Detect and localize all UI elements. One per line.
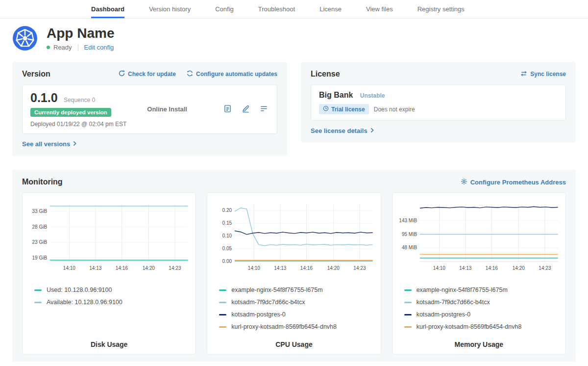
legend-swatch xyxy=(219,289,226,291)
clock-icon xyxy=(323,105,329,113)
svg-text:14:23: 14:23 xyxy=(539,265,551,271)
customer-name: Big Bank xyxy=(319,91,353,99)
tab-config[interactable]: Config xyxy=(215,0,234,18)
tab-troubleshoot[interactable]: Troubleshoot xyxy=(258,0,295,18)
legend-item: example-nginx-54f8f76755-l675m xyxy=(404,287,562,293)
svg-text:14:16: 14:16 xyxy=(300,265,313,271)
app-header: App Name Ready Edit config xyxy=(12,19,576,53)
legend-swatch xyxy=(34,302,42,303)
svg-text:14:13: 14:13 xyxy=(274,265,287,271)
sync-arrows-icon xyxy=(520,71,527,78)
deployed-timestamp: Deployed 01/19/22 @ 02:04 pm EST xyxy=(30,121,126,128)
svg-text:14:16: 14:16 xyxy=(486,265,498,271)
legend-swatch xyxy=(404,314,412,315)
kots-dashboard: Dashboard Version history Config Trouble… xyxy=(0,0,588,366)
legend-item: kurl-proxy-kotsadm-8569fb6454-dnvh8 xyxy=(219,323,376,330)
svg-text:14:13: 14:13 xyxy=(89,265,102,271)
tab-view-files[interactable]: View files xyxy=(366,0,393,18)
license-card: License Sync license xyxy=(301,62,576,143)
monitoring-card: Monitoring Configure Prometheus Address xyxy=(12,170,576,362)
chevron-right-icon xyxy=(370,127,374,134)
version-actions xyxy=(222,104,269,115)
legend-item: Available: 10.128.0.96:9100 xyxy=(34,299,192,306)
svg-text:19 GiB: 19 GiB xyxy=(32,255,47,261)
disk-usage-chart: 19 GiB23 GiB28 GiB33 GiB14:1014:1314:161… xyxy=(26,198,192,279)
legend-item: kotsadm-7f9dc7d66c-b4tcx xyxy=(404,299,562,306)
svg-text:14:23: 14:23 xyxy=(169,265,181,271)
sequence-label: Sequence 0 xyxy=(64,97,95,104)
divider xyxy=(78,44,78,51)
version-info: 0.1.0 Sequence 0 Currently deployed vers… xyxy=(30,91,126,128)
legend-swatch xyxy=(219,326,226,328)
page-title: App Name xyxy=(47,26,114,41)
edit-config-link[interactable]: Edit config xyxy=(84,44,114,51)
svg-text:14:20: 14:20 xyxy=(143,265,155,271)
svg-text:14:10: 14:10 xyxy=(63,265,76,271)
deploy-logs-button[interactable] xyxy=(259,104,269,115)
legend-swatch xyxy=(219,302,226,303)
deployed-badge: Currently deployed version xyxy=(30,108,111,117)
cpu-usage-chart: 0.000.050.100.150.2014:1014:1314:1614:20… xyxy=(211,198,376,279)
svg-text:0.05: 0.05 xyxy=(222,246,232,251)
memory-usage-chart: 48 MiB95 MiB143 MiB14:1014:1314:1614:201… xyxy=(396,198,562,279)
status-dot-icon xyxy=(47,46,50,49)
memory-usage-legend: example-nginx-54f8f76755-l675m kotsadm-7… xyxy=(404,281,562,336)
svg-text:14:10: 14:10 xyxy=(248,265,261,271)
legend-swatch xyxy=(34,289,42,291)
monitoring-title: Monitoring xyxy=(22,178,63,186)
chart-title: Disk Usage xyxy=(26,336,192,350)
current-version-panel: 0.1.0 Sequence 0 Currently deployed vers… xyxy=(22,84,277,134)
auto-update-icon xyxy=(187,70,193,78)
legend-item: kurl-proxy-kotsadm-8569fb6454-dnvh8 xyxy=(404,323,562,330)
license-card-title: License xyxy=(311,70,340,78)
legend-swatch xyxy=(219,314,226,315)
app-status: Ready xyxy=(53,44,72,51)
see-all-versions-link[interactable]: See all versions xyxy=(22,140,76,148)
legend-item: Used: 10.128.0.96:9100 xyxy=(34,287,192,293)
channel-label: Unstable xyxy=(360,92,385,99)
sync-license-button[interactable]: Sync license xyxy=(520,71,566,78)
svg-text:14:13: 14:13 xyxy=(459,265,472,271)
svg-text:0.10: 0.10 xyxy=(222,233,232,238)
tab-registry-settings[interactable]: Registry settings xyxy=(417,0,465,18)
svg-text:28 GiB: 28 GiB xyxy=(32,224,47,230)
version-card: Version Check for update xyxy=(12,62,287,156)
license-panel: Big Bank Unstable Trial license xyxy=(311,84,566,121)
version-card-title: Version xyxy=(22,70,50,78)
configure-prometheus-button[interactable]: Configure Prometheus Address xyxy=(461,178,566,186)
chart-panel-memory-usage: 48 MiB95 MiB143 MiB14:1014:1314:1614:201… xyxy=(392,192,566,355)
tab-version-history[interactable]: Version history xyxy=(149,0,191,18)
chart-panel-cpu-usage: 0.000.050.100.150.2014:1014:1314:1614:20… xyxy=(207,192,381,355)
svg-text:14:16: 14:16 xyxy=(116,265,128,271)
configure-automatic-updates-button[interactable]: Configure automatic updates xyxy=(187,70,277,78)
legend-item: kotsadm-postgres-0 xyxy=(219,311,376,318)
cpu-usage-legend: example-nginx-54f8f76755-l675m kotsadm-7… xyxy=(219,281,376,336)
edit-config-button[interactable] xyxy=(241,104,251,115)
svg-text:14:20: 14:20 xyxy=(512,265,525,271)
refresh-icon xyxy=(119,70,125,78)
svg-text:0.00: 0.00 xyxy=(222,259,232,264)
svg-text:95 MiB: 95 MiB xyxy=(402,232,417,237)
svg-text:14:23: 14:23 xyxy=(354,265,367,271)
legend-swatch xyxy=(404,302,412,303)
release-notes-button[interactable] xyxy=(222,104,233,115)
tab-dashboard[interactable]: Dashboard xyxy=(91,0,124,18)
chart-panel-disk-usage: 19 GiB23 GiB28 GiB33 GiB14:1014:1314:161… xyxy=(22,192,196,355)
svg-text:14:10: 14:10 xyxy=(433,265,445,271)
svg-text:14:20: 14:20 xyxy=(327,265,340,271)
see-license-details-link[interactable]: See license details xyxy=(311,127,374,134)
svg-text:23 GiB: 23 GiB xyxy=(32,239,47,245)
svg-text:143 MiB: 143 MiB xyxy=(399,218,417,223)
top-nav: Dashboard Version history Config Trouble… xyxy=(0,0,588,19)
expiration-text: Does not expire xyxy=(374,106,415,113)
legend-item: kotsadm-7f9dc7d66c-b4tcx xyxy=(219,299,376,306)
check-for-update-button[interactable]: Check for update xyxy=(119,70,176,78)
svg-text:0.15: 0.15 xyxy=(222,220,232,226)
svg-text:48 MiB: 48 MiB xyxy=(402,245,417,250)
legend-item: example-nginx-54f8f76755-l675m xyxy=(219,287,376,293)
legend-item: kotsadm-postgres-0 xyxy=(404,311,562,318)
tab-license[interactable]: License xyxy=(319,0,342,18)
gear-icon xyxy=(461,178,467,186)
legend-swatch xyxy=(404,326,412,328)
svg-text:0.20: 0.20 xyxy=(222,208,232,213)
